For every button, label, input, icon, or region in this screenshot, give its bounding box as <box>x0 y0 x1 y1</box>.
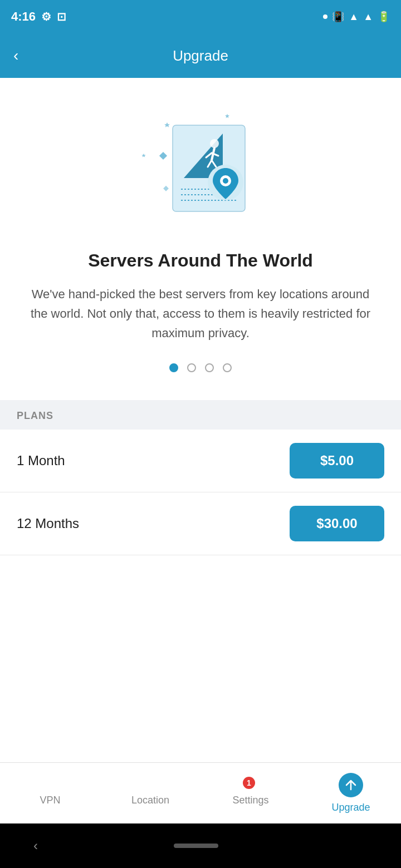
battery-icon: 🔋 <box>378 11 390 23</box>
pagination-dot-1[interactable] <box>169 363 178 372</box>
svg-point-12 <box>210 139 219 148</box>
svg-marker-0 <box>164 122 170 127</box>
svg-marker-2 <box>141 154 145 157</box>
plan-price-btn-12months[interactable]: $30.00 <box>290 506 384 541</box>
svg-rect-3 <box>159 152 167 160</box>
nav-item-upgrade[interactable]: Upgrade <box>301 773 401 813</box>
nav-label-settings: Settings <box>232 795 268 806</box>
hero-description: We've hand-picked the best servers from … <box>17 284 384 343</box>
svg-point-20 <box>223 178 228 184</box>
nav-item-vpn[interactable]: VPN <box>0 780 100 806</box>
system-home-pill[interactable] <box>174 844 218 848</box>
bottom-nav: VPN Location 1 Settings <box>0 762 401 823</box>
pagination-dot-2[interactable] <box>187 363 196 372</box>
hero-title: Servers Around The World <box>88 250 313 271</box>
settings-badge: 1 <box>243 777 255 789</box>
wifi-icon: ▲ <box>349 11 359 23</box>
plan-item-12months: 12 Months $30.00 <box>0 492 401 555</box>
plans-label: PLANS <box>0 400 401 430</box>
header: ‹ Upgrade <box>0 33 401 78</box>
upgrade-circle <box>339 773 363 797</box>
nav-item-settings[interactable]: 1 Settings <box>200 780 301 806</box>
main-content: Servers Around The World We've hand-pick… <box>0 78 401 400</box>
svg-rect-6 <box>163 186 169 191</box>
nav-label-location: Location <box>131 795 169 806</box>
upgrade-icon-wrap <box>339 773 363 797</box>
system-back-button[interactable]: ‹ <box>33 838 38 854</box>
plans-section: PLANS 1 Month $5.00 12 Months $30.00 <box>0 400 401 555</box>
nav-item-location[interactable]: Location <box>100 780 200 806</box>
pagination-dot-3[interactable] <box>205 363 214 372</box>
signal-dot <box>323 14 327 19</box>
page-title: Upgrade <box>173 47 228 65</box>
nav-label-upgrade: Upgrade <box>331 802 370 813</box>
plan-name-12months: 12 Months <box>17 516 79 531</box>
hero-illustration <box>134 100 267 234</box>
plan-name-1month: 1 Month <box>17 453 65 468</box>
plan-price-btn-1month[interactable]: $5.00 <box>290 443 384 479</box>
system-nav-bar: ‹ <box>0 823 401 868</box>
nav-label-vpn: VPN <box>40 795 60 806</box>
upgrade-arrow-icon <box>343 777 359 793</box>
screencast-icon: ⊡ <box>57 10 66 23</box>
back-button[interactable]: ‹ <box>13 47 18 65</box>
plan-item-1month: 1 Month $5.00 <box>0 430 401 492</box>
svg-marker-1 <box>225 114 229 119</box>
vibrate-icon: 📳 <box>332 11 344 23</box>
pagination-dot-4[interactable] <box>223 363 232 372</box>
signal-icon: ▲ <box>363 11 373 23</box>
gear-icon: ⚙ <box>41 10 51 23</box>
pagination-dots <box>169 363 232 372</box>
content-spacer <box>0 555 401 589</box>
time-display: 4:16 <box>11 9 36 24</box>
status-bar: 4:16 ⚙ ⊡ 📳 ▲ ▲ 🔋 <box>0 0 401 33</box>
plans-list: 1 Month $5.00 12 Months $30.00 <box>0 430 401 555</box>
